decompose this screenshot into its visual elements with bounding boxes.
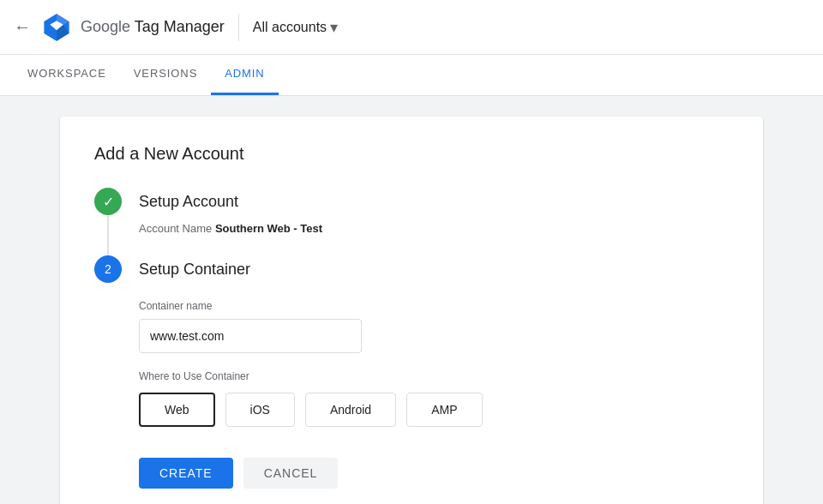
back-arrow-icon: ←	[14, 17, 31, 37]
container-name-label: Container name	[139, 300, 729, 312]
step-2-content: Setup Container Container name Where to …	[139, 255, 729, 489]
step-2-indicator: 2	[94, 255, 122, 283]
container-name-input[interactable]	[139, 319, 362, 353]
header-divider	[238, 14, 239, 41]
step-1: ✓ Setup Account Account Name Southern We…	[94, 188, 729, 235]
app-name: Google Tag Manager	[81, 18, 225, 36]
create-button[interactable]: CREATE	[139, 458, 233, 489]
option-android[interactable]: Android	[305, 393, 396, 427]
form-actions: CREATE CANCEL	[139, 458, 729, 489]
option-ios[interactable]: iOS	[225, 393, 295, 427]
step-1-indicator: ✓	[94, 188, 122, 215]
step-2: 2 Setup Container Container name Where t…	[94, 255, 729, 489]
app-header: ← Google Tag Manager All accounts ▾	[0, 0, 823, 55]
nav-versions[interactable]: VERSIONS	[120, 54, 211, 95]
main-content: Add a New Account ✓ Setup Account Accoun…	[0, 96, 823, 504]
container-options: Web iOS Android AMP	[139, 393, 729, 427]
back-button[interactable]: ←	[14, 17, 31, 37]
checkmark-icon: ✓	[103, 194, 114, 210]
gtm-logo	[41, 12, 72, 43]
nav-workspace[interactable]: WORKSPACE	[14, 54, 120, 95]
cancel-button[interactable]: CANCEL	[243, 458, 339, 489]
step-2-number: 2	[105, 262, 111, 276]
option-web[interactable]: Web	[139, 393, 215, 427]
container-name-group: Container name	[139, 300, 729, 353]
step-1-content: Setup Account Account Name Southern Web …	[139, 188, 729, 235]
main-nav: WORKSPACE VERSIONS ADMIN	[0, 55, 823, 96]
add-account-card: Add a New Account ✓ Setup Account Accoun…	[60, 117, 763, 504]
chevron-down-icon: ▾	[330, 18, 338, 37]
use-container-label: Where to Use Container	[139, 370, 729, 382]
use-container-group: Where to Use Container Web iOS Android A…	[139, 370, 729, 427]
accounts-label: All accounts	[253, 20, 327, 35]
nav-admin[interactable]: ADMIN	[211, 54, 278, 95]
option-amp[interactable]: AMP	[406, 393, 482, 427]
account-name-value: Southern Web - Test	[215, 222, 322, 235]
step-1-subtitle: Account Name Southern Web - Test	[139, 222, 729, 235]
step-1-title: Setup Account	[139, 188, 729, 215]
accounts-selector[interactable]: All accounts ▾	[253, 18, 338, 37]
card-title: Add a New Account	[94, 144, 729, 164]
step-2-title: Setup Container	[139, 255, 729, 283]
account-name-label: Account Name	[139, 222, 212, 235]
